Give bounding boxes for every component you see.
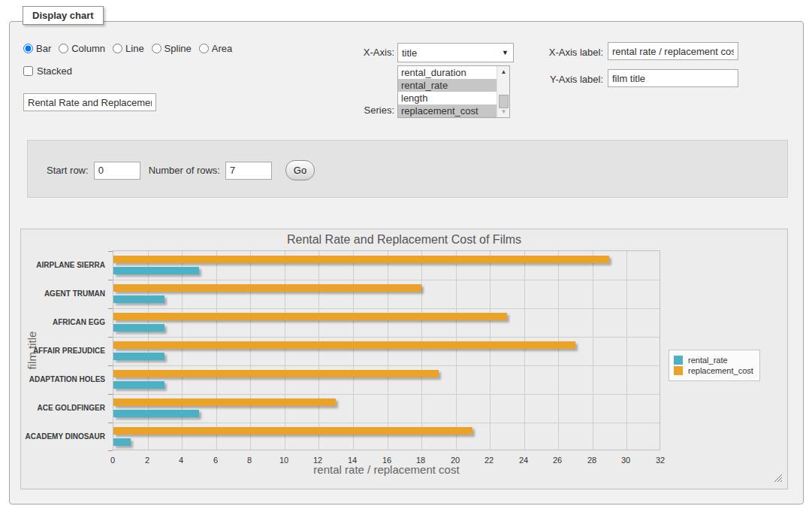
page: Display chart BarColumnLineSplineArea St…	[0, 0, 812, 512]
bar-replacement_cost	[113, 370, 439, 377]
legend-entry: replacement_cost	[674, 366, 753, 375]
gridline-vertical	[353, 251, 354, 450]
row-range-box: Start row: Number of rows: Go	[27, 140, 788, 198]
category-label: AIRPLANE SIERRA	[21, 261, 105, 269]
bar-rental_rate	[113, 438, 131, 446]
gridline-vertical	[456, 251, 457, 450]
gridline-vertical	[558, 251, 559, 450]
y-axis-tick	[108, 423, 113, 423]
radio-area[interactable]	[199, 44, 209, 53]
chart-title-input[interactable]	[23, 93, 156, 111]
series-option-rental_duration[interactable]: rental_duration	[398, 66, 497, 79]
bar-rental_rate	[113, 324, 165, 332]
y-axis-tick	[108, 308, 113, 309]
radio-option-bar[interactable]: Bar	[23, 43, 51, 54]
x-axis-select-wrap: title ▼	[397, 43, 514, 62]
gridline-vertical	[626, 251, 627, 450]
x-axis-select-label: X-Axis:	[363, 47, 394, 58]
bar-rental_rate	[113, 410, 199, 417]
plot-area	[113, 250, 660, 450]
gridline-vertical	[182, 251, 183, 450]
gridline-horizontal	[113, 423, 660, 423]
bar-replacement_cost	[113, 313, 507, 320]
radio-bar[interactable]	[23, 44, 33, 53]
gridline-vertical	[421, 251, 422, 450]
radio-label: Column	[71, 43, 105, 54]
x-axis-label-input[interactable]	[608, 42, 738, 60]
start-row-input[interactable]	[94, 162, 140, 180]
bar-replacement_cost	[113, 284, 421, 292]
series-option-rental_rate[interactable]: rental_rate	[398, 79, 497, 92]
legend-swatch	[674, 366, 683, 375]
y-axis-tick	[108, 337, 113, 338]
y-axis-tick	[108, 450, 113, 451]
gridline-horizontal	[113, 337, 660, 338]
resize-handle-icon[interactable]	[774, 474, 783, 483]
bar-rental_rate	[113, 267, 199, 274]
series-option-replacement_cost[interactable]: replacement_cost	[398, 105, 497, 117]
gridline-horizontal	[113, 394, 660, 395]
series-option-length[interactable]: length	[398, 92, 497, 105]
y-axis-tick	[108, 365, 113, 366]
gridline-vertical	[593, 251, 593, 450]
radio-option-spline[interactable]: Spline	[152, 43, 192, 54]
legend-label: rental_rate	[688, 356, 728, 365]
bar-replacement_cost	[113, 427, 472, 435]
radio-option-column[interactable]: Column	[59, 43, 105, 54]
y-axis-label-label: Y-Axis label:	[543, 74, 603, 85]
bar-replacement_cost	[113, 341, 575, 349]
stacked-label: Stacked	[37, 65, 72, 77]
legend-entry: rental_rate	[674, 356, 753, 365]
bar-rental_rate	[113, 353, 165, 360]
gridline-vertical	[524, 251, 525, 450]
gridline-horizontal	[113, 308, 660, 309]
num-rows-input[interactable]	[225, 162, 272, 180]
chart-panel: Rental Rate and Replacement Cost of Film…	[20, 229, 788, 489]
y-axis-tick	[108, 251, 113, 252]
series-options: rental_durationrental_ratelengthreplacem…	[398, 66, 497, 117]
x-axis-label-label: X-Axis label:	[543, 47, 603, 58]
bar-rental_rate	[113, 381, 165, 389]
gridline-vertical	[250, 251, 251, 450]
stacked-checkbox[interactable]	[23, 66, 33, 76]
series-listbox[interactable]: rental_durationrental_ratelengthreplacem…	[397, 65, 510, 118]
chart-legend: rental_ratereplacement_cost	[669, 350, 760, 381]
x-axis-select[interactable]: title	[397, 43, 514, 62]
chart-type-radio-group: BarColumnLineSplineArea	[23, 43, 238, 54]
radio-label: Spline	[165, 43, 192, 54]
scroll-down-icon[interactable]: ▼	[497, 106, 510, 117]
gridline-vertical	[148, 251, 149, 450]
panel-title: Display chart	[23, 6, 104, 25]
scroll-up-icon[interactable]: ▲	[497, 66, 510, 77]
go-button[interactable]: Go	[285, 160, 315, 180]
bar-rental_rate	[113, 295, 165, 303]
row-range-controls: Start row: Number of rows: Go	[28, 160, 787, 180]
gridline-horizontal	[113, 280, 660, 280]
x-axis-title: rental rate / replacement cost	[113, 463, 660, 476]
radio-spline[interactable]	[152, 44, 161, 53]
series-scrollbar[interactable]: ▲ ▼	[497, 66, 509, 117]
series-label: Series:	[340, 105, 394, 116]
num-rows-label: Number of rows:	[149, 165, 220, 176]
radio-option-area[interactable]: Area	[199, 43, 232, 54]
legend-swatch	[674, 356, 683, 365]
gridline-horizontal	[113, 365, 660, 366]
gridline-vertical	[318, 251, 319, 450]
y-axis-tick	[108, 394, 113, 395]
chart-title: Rental Rate and Replacement Cost of Film…	[21, 233, 787, 247]
bar-replacement_cost	[113, 256, 609, 263]
display-chart-panel: Display chart BarColumnLineSplineArea St…	[9, 21, 804, 504]
gridline-vertical	[490, 251, 491, 450]
radio-line[interactable]	[113, 44, 122, 53]
y-axis-label-input[interactable]	[608, 69, 738, 87]
radio-column[interactable]	[59, 44, 68, 53]
y-axis-title: film title	[26, 275, 38, 426]
bar-replacement_cost	[113, 398, 336, 406]
gridline-vertical	[285, 251, 285, 450]
legend-label: replacement_cost	[688, 366, 753, 375]
stacked-row: Stacked	[23, 65, 72, 77]
radio-label: Bar	[36, 43, 51, 54]
category-label: ACADEMY DINOSAUR	[21, 432, 105, 441]
start-row-label: Start row:	[47, 165, 89, 176]
radio-option-line[interactable]: Line	[113, 43, 144, 54]
